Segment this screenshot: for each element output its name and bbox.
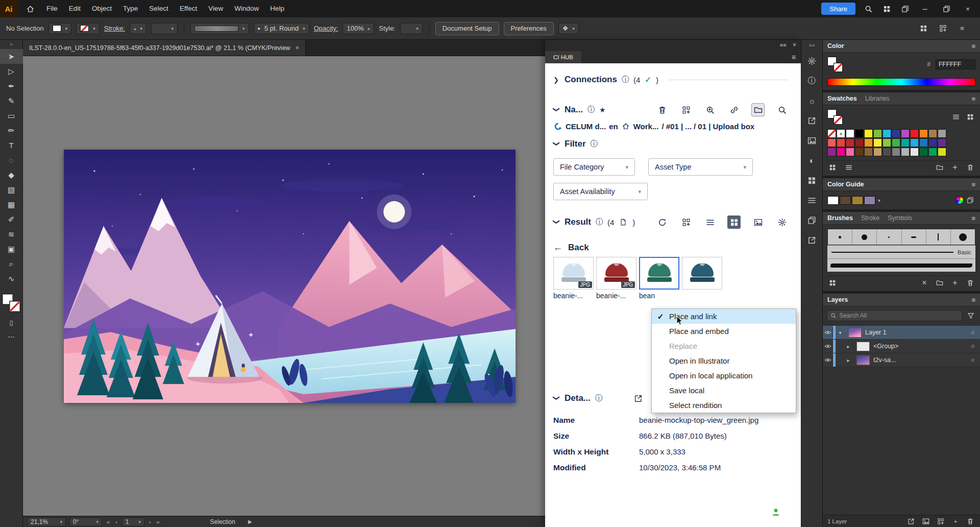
swatch-cell[interactable] bbox=[883, 138, 891, 147]
back-arrow-icon[interactable]: ← bbox=[553, 242, 562, 253]
copy-icon[interactable] bbox=[801, 210, 822, 230]
tab-symbols[interactable]: Symbols bbox=[888, 214, 912, 222]
workspace-switcher-icon[interactable] bbox=[899, 3, 911, 14]
eyedropper-tool[interactable]: ✐ bbox=[0, 212, 23, 227]
fill-stroke-widget[interactable] bbox=[827, 57, 843, 72]
zoom-tool[interactable]: ⌕ bbox=[0, 256, 23, 271]
close-button[interactable]: × bbox=[961, 5, 975, 13]
menu-item-type[interactable]: Type bbox=[117, 5, 143, 12]
layer-row[interactable]: ▸<Group>○ bbox=[823, 340, 980, 353]
direct-selection-tool[interactable]: ▷ bbox=[0, 64, 23, 79]
menu-item-window[interactable]: Window bbox=[229, 5, 264, 12]
blend-tool[interactable]: ≋ bbox=[0, 227, 23, 242]
asset-thumbnail[interactable]: JPGbeanie-... bbox=[553, 257, 594, 300]
swatch-cell[interactable] bbox=[827, 138, 836, 147]
layer-row[interactable]: ▸t2v-sa...○ bbox=[823, 353, 980, 367]
delete-swatch-icon[interactable] bbox=[965, 162, 975, 173]
new-sublayer-icon[interactable] bbox=[936, 516, 946, 526]
edit-toolbar-icon[interactable]: ⋯ bbox=[8, 332, 15, 341]
chevron-right-icon[interactable]: ❯ bbox=[553, 76, 560, 84]
swatch-cell[interactable] bbox=[892, 138, 900, 147]
new-brush-folder-icon[interactable] bbox=[935, 278, 945, 288]
context-menu-item[interactable]: ✓Place and link bbox=[652, 309, 796, 324]
generator-gear-icon[interactable] bbox=[801, 51, 822, 71]
tab-libraries[interactable]: Libraries bbox=[865, 95, 890, 102]
knife-tool[interactable]: ◆ bbox=[0, 167, 23, 182]
menu-item-object[interactable]: Object bbox=[86, 5, 117, 12]
list-view-icon[interactable] bbox=[951, 112, 961, 122]
swatch-cell[interactable] bbox=[855, 129, 864, 138]
menu-item-help[interactable]: Help bbox=[264, 5, 290, 12]
rectangle-tool[interactable]: ▭ bbox=[0, 108, 23, 123]
search-field[interactable] bbox=[827, 310, 962, 321]
swatch-cell[interactable] bbox=[873, 138, 882, 147]
illustrator-logo-icon[interactable]: Ai bbox=[0, 0, 17, 17]
style-dropdown[interactable]: ▾ bbox=[400, 23, 423, 34]
artboard-tool[interactable]: ▣ bbox=[0, 242, 23, 256]
context-menu-item[interactable]: Open in Illustrator bbox=[652, 353, 796, 368]
rotate-tool[interactable]: ◌ bbox=[0, 153, 23, 167]
guide-swatch-cell[interactable] bbox=[827, 196, 839, 205]
layer-row[interactable]: ▾Layer 1○ bbox=[823, 326, 980, 340]
export-icon[interactable] bbox=[801, 111, 822, 131]
swatch-cell[interactable] bbox=[873, 148, 882, 156]
menu-item-select[interactable]: Select bbox=[143, 5, 174, 12]
swatch-cell[interactable] bbox=[910, 148, 919, 156]
refresh-icon[interactable] bbox=[655, 215, 669, 229]
collapse-tools-icon[interactable]: » bbox=[10, 40, 13, 49]
list-view-icon[interactable] bbox=[703, 215, 717, 229]
selection-tool[interactable]: ➤ bbox=[0, 49, 23, 64]
document-setup-button[interactable]: Document Setup bbox=[435, 22, 499, 35]
make-mask-icon[interactable] bbox=[921, 516, 931, 526]
chevron-down-icon[interactable]: ❯ bbox=[553, 107, 560, 113]
tab-swatches[interactable]: Swatches bbox=[827, 95, 857, 102]
target-circle-icon[interactable]: ○ bbox=[966, 356, 980, 364]
fill-stroke-widget[interactable] bbox=[3, 294, 20, 312]
swatch-cell[interactable] bbox=[837, 148, 845, 156]
fill-swatch-dropdown[interactable]: ▾ bbox=[48, 23, 72, 34]
grid-add-icon[interactable] bbox=[679, 215, 693, 229]
swatch-cell[interactable] bbox=[883, 129, 891, 138]
menu-item-view[interactable]: View bbox=[203, 5, 229, 12]
panel-menu-icon[interactable]: ≡ bbox=[971, 214, 975, 222]
panel-menu-icon[interactable]: ≡ bbox=[971, 296, 975, 304]
swatch-cell[interactable] bbox=[910, 138, 919, 147]
rotation-dropdown[interactable]: 0°▾ bbox=[69, 517, 102, 526]
opacity-dropdown[interactable]: 100%▸ bbox=[342, 23, 374, 34]
context-menu-item[interactable]: Place and embed bbox=[652, 324, 796, 339]
image-view-icon[interactable] bbox=[751, 215, 765, 229]
breadcrumb-path[interactable]: Work... bbox=[633, 122, 659, 131]
swatch-cell[interactable] bbox=[892, 148, 900, 156]
opacity-label[interactable]: Opacity: bbox=[314, 25, 338, 32]
tab-layers[interactable]: Layers bbox=[827, 296, 848, 303]
grid-view-icon[interactable] bbox=[965, 112, 975, 122]
guide-swatch-cell[interactable] bbox=[864, 196, 875, 205]
layers-search-input[interactable] bbox=[839, 312, 959, 319]
fill-stroke-widget[interactable] bbox=[827, 109, 843, 125]
edit-colors-icon[interactable] bbox=[965, 195, 975, 205]
filter-funnel-icon[interactable] bbox=[966, 310, 976, 321]
brush-item[interactable] bbox=[902, 229, 926, 245]
panel-menu-icon[interactable]: ≡ bbox=[971, 181, 975, 188]
cihub-panel-menu-icon[interactable]: ≡ bbox=[792, 53, 801, 63]
hex-value-input[interactable] bbox=[936, 59, 975, 69]
home-icon[interactable] bbox=[24, 3, 36, 14]
swatch-cell[interactable] bbox=[919, 129, 928, 138]
new-brush-icon[interactable]: + bbox=[950, 278, 960, 288]
curvature-tool[interactable]: ✎ bbox=[0, 93, 23, 108]
swatch-cell[interactable] bbox=[928, 138, 937, 147]
brush-basic-row[interactable]: Basic bbox=[827, 245, 975, 258]
new-swatch-icon[interactable]: + bbox=[950, 162, 960, 173]
stroke-weight-label[interactable]: Stroke: bbox=[104, 25, 125, 32]
stroke-color-swatch[interactable] bbox=[834, 115, 843, 125]
restore-button[interactable] bbox=[939, 5, 953, 13]
expand-chevron-icon[interactable]: ▾ bbox=[836, 330, 845, 336]
swatch-cell[interactable] bbox=[837, 138, 845, 147]
info-icon[interactable]: ⓘ bbox=[622, 75, 629, 84]
document-tab[interactable]: ILST-28.0.0-en_US-17519788-5f63-45f0-a33… bbox=[23, 40, 306, 56]
align-icon[interactable] bbox=[937, 23, 948, 34]
collapse-strip-icon[interactable]: «« bbox=[808, 42, 815, 51]
prev-artboard-icon[interactable]: ‹ bbox=[114, 519, 118, 525]
paintbrush-tool[interactable]: ✏ bbox=[0, 123, 23, 138]
grid-view-icon[interactable] bbox=[727, 215, 741, 229]
